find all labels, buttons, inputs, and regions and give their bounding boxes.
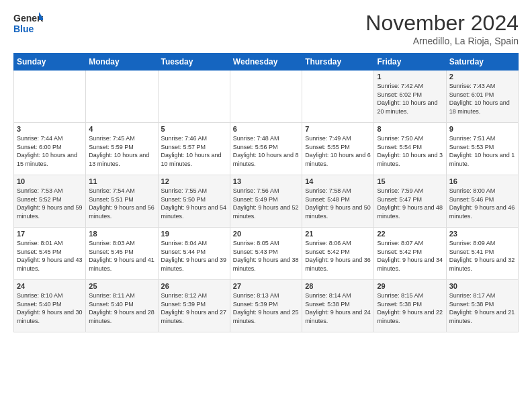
day-info: Sunrise: 8:00 AMSunset: 5:46 PMDaylight:… <box>449 187 515 220</box>
title-block: November 2024 Arnedillo, La Rioja, Spain <box>365 11 519 46</box>
day-info: Sunrise: 7:51 AMSunset: 5:53 PMDaylight:… <box>449 134 515 168</box>
col-friday: Friday <box>374 54 446 71</box>
calendar-cell: 19Sunrise: 8:04 AMSunset: 5:44 PMDayligh… <box>158 228 230 280</box>
day-info: Sunrise: 7:54 AMSunset: 5:51 PMDaylight:… <box>89 187 154 220</box>
calendar-cell: 11Sunrise: 7:54 AMSunset: 5:51 PMDayligh… <box>86 175 158 228</box>
calendar-cell: 29Sunrise: 8:15 AMSunset: 5:38 PMDayligh… <box>374 280 446 332</box>
day-number: 26 <box>161 282 227 290</box>
month-title: November 2024 <box>365 11 519 36</box>
calendar-cell: 6Sunrise: 7:48 AMSunset: 5:56 PMDaylight… <box>230 123 302 175</box>
col-sunday: Sunday <box>14 54 86 71</box>
svg-text:General: General <box>13 13 43 24</box>
col-saturday: Saturday <box>446 54 518 71</box>
day-number: 13 <box>233 177 299 185</box>
calendar-cell: 17Sunrise: 8:01 AMSunset: 5:45 PMDayligh… <box>14 228 86 280</box>
day-number: 7 <box>305 125 371 133</box>
day-number: 3 <box>17 125 83 133</box>
logo-svg: General Blue <box>13 11 43 36</box>
header-row: Sunday Monday Tuesday Wednesday Thursday… <box>14 54 519 71</box>
day-number: 21 <box>305 230 371 238</box>
col-wednesday: Wednesday <box>230 54 302 71</box>
day-number: 18 <box>89 230 154 238</box>
calendar-cell: 28Sunrise: 8:14 AMSunset: 5:38 PMDayligh… <box>302 280 374 332</box>
day-number: 1 <box>377 73 443 81</box>
day-number: 20 <box>233 230 299 238</box>
calendar-cell: 21Sunrise: 8:06 AMSunset: 5:42 PMDayligh… <box>302 228 374 280</box>
day-info: Sunrise: 8:10 AMSunset: 5:40 PMDaylight:… <box>17 291 83 325</box>
calendar-cell: 24Sunrise: 8:10 AMSunset: 5:40 PMDayligh… <box>14 280 86 332</box>
calendar-cell: 10Sunrise: 7:53 AMSunset: 5:52 PMDayligh… <box>14 175 86 228</box>
calendar-cell: 30Sunrise: 8:17 AMSunset: 5:38 PMDayligh… <box>446 280 518 332</box>
calendar-cell <box>158 71 230 123</box>
day-number: 12 <box>161 177 227 185</box>
calendar-cell: 4Sunrise: 7:45 AMSunset: 5:59 PMDaylight… <box>86 123 158 175</box>
day-info: Sunrise: 7:43 AMSunset: 6:01 PMDaylight:… <box>449 82 515 116</box>
calendar-body: 1Sunrise: 7:42 AMSunset: 6:02 PMDaylight… <box>14 71 519 332</box>
day-info: Sunrise: 8:14 AMSunset: 5:38 PMDaylight:… <box>305 291 371 325</box>
day-info: Sunrise: 8:09 AMSunset: 5:41 PMDaylight:… <box>449 239 515 273</box>
day-number: 16 <box>449 177 515 185</box>
day-number: 22 <box>377 230 443 238</box>
calendar-cell: 12Sunrise: 7:55 AMSunset: 5:50 PMDayligh… <box>158 175 230 228</box>
day-number: 30 <box>449 282 515 290</box>
day-info: Sunrise: 8:06 AMSunset: 5:42 PMDaylight:… <box>305 239 371 273</box>
day-info: Sunrise: 7:42 AMSunset: 6:02 PMDaylight:… <box>377 82 443 116</box>
calendar-cell: 14Sunrise: 7:58 AMSunset: 5:48 PMDayligh… <box>302 175 374 228</box>
calendar-cell: 7Sunrise: 7:49 AMSunset: 5:55 PMDaylight… <box>302 123 374 175</box>
day-number: 14 <box>305 177 371 185</box>
day-number: 6 <box>233 125 299 133</box>
calendar-cell <box>86 71 158 123</box>
day-number: 11 <box>89 177 154 185</box>
day-info: Sunrise: 7:53 AMSunset: 5:52 PMDaylight:… <box>17 187 83 220</box>
day-number: 17 <box>17 230 83 238</box>
calendar-cell: 1Sunrise: 7:42 AMSunset: 6:02 PMDaylight… <box>374 71 446 123</box>
day-info: Sunrise: 8:11 AMSunset: 5:40 PMDaylight:… <box>89 291 154 325</box>
day-number: 23 <box>449 230 515 238</box>
day-number: 27 <box>233 282 299 290</box>
day-number: 8 <box>377 125 443 133</box>
calendar-cell: 26Sunrise: 8:12 AMSunset: 5:39 PMDayligh… <box>158 280 230 332</box>
day-info: Sunrise: 8:17 AMSunset: 5:38 PMDaylight:… <box>449 291 515 325</box>
day-info: Sunrise: 8:12 AMSunset: 5:39 PMDaylight:… <box>161 291 227 325</box>
calendar-cell <box>14 71 86 123</box>
day-info: Sunrise: 8:04 AMSunset: 5:44 PMDaylight:… <box>161 239 227 273</box>
col-thursday: Thursday <box>302 54 374 71</box>
day-info: Sunrise: 7:48 AMSunset: 5:56 PMDaylight:… <box>233 134 299 168</box>
calendar-cell: 22Sunrise: 8:07 AMSunset: 5:42 PMDayligh… <box>374 228 446 280</box>
calendar-week-1: 1Sunrise: 7:42 AMSunset: 6:02 PMDaylight… <box>14 71 519 123</box>
calendar-week-3: 10Sunrise: 7:53 AMSunset: 5:52 PMDayligh… <box>14 175 519 228</box>
calendar-cell: 27Sunrise: 8:13 AMSunset: 5:39 PMDayligh… <box>230 280 302 332</box>
day-info: Sunrise: 8:05 AMSunset: 5:43 PMDaylight:… <box>233 239 299 273</box>
calendar-cell: 18Sunrise: 8:03 AMSunset: 5:45 PMDayligh… <box>86 228 158 280</box>
day-number: 4 <box>89 125 154 133</box>
header: General Blue November 2024 Arnedillo, La… <box>13 11 519 46</box>
calendar-cell <box>302 71 374 123</box>
calendar-cell: 3Sunrise: 7:44 AMSunset: 6:00 PMDaylight… <box>14 123 86 175</box>
day-info: Sunrise: 7:46 AMSunset: 5:57 PMDaylight:… <box>161 134 227 168</box>
day-number: 25 <box>89 282 154 290</box>
page-container: General Blue November 2024 Arnedillo, La… <box>0 0 532 339</box>
day-info: Sunrise: 7:45 AMSunset: 5:59 PMDaylight:… <box>89 134 154 168</box>
calendar-cell: 8Sunrise: 7:50 AMSunset: 5:54 PMDaylight… <box>374 123 446 175</box>
day-number: 19 <box>161 230 227 238</box>
day-info: Sunrise: 7:55 AMSunset: 5:50 PMDaylight:… <box>161 187 227 220</box>
day-number: 28 <box>305 282 371 290</box>
day-number: 10 <box>17 177 83 185</box>
day-info: Sunrise: 7:50 AMSunset: 5:54 PMDaylight:… <box>377 134 443 168</box>
day-number: 9 <box>449 125 515 133</box>
day-number: 2 <box>449 73 515 81</box>
calendar-week-5: 24Sunrise: 8:10 AMSunset: 5:40 PMDayligh… <box>14 280 519 332</box>
day-info: Sunrise: 7:59 AMSunset: 5:47 PMDaylight:… <box>377 187 443 220</box>
calendar-week-4: 17Sunrise: 8:01 AMSunset: 5:45 PMDayligh… <box>14 228 519 280</box>
calendar-cell: 2Sunrise: 7:43 AMSunset: 6:01 PMDaylight… <box>446 71 518 123</box>
calendar-cell: 13Sunrise: 7:56 AMSunset: 5:49 PMDayligh… <box>230 175 302 228</box>
day-number: 24 <box>17 282 83 290</box>
col-monday: Monday <box>86 54 158 71</box>
day-number: 5 <box>161 125 227 133</box>
day-info: Sunrise: 8:01 AMSunset: 5:45 PMDaylight:… <box>17 239 83 273</box>
location: Arnedillo, La Rioja, Spain <box>365 36 519 46</box>
calendar-cell: 16Sunrise: 8:00 AMSunset: 5:46 PMDayligh… <box>446 175 518 228</box>
calendar-cell: 5Sunrise: 7:46 AMSunset: 5:57 PMDaylight… <box>158 123 230 175</box>
day-info: Sunrise: 7:58 AMSunset: 5:48 PMDaylight:… <box>305 187 371 220</box>
day-info: Sunrise: 8:15 AMSunset: 5:38 PMDaylight:… <box>377 291 443 325</box>
